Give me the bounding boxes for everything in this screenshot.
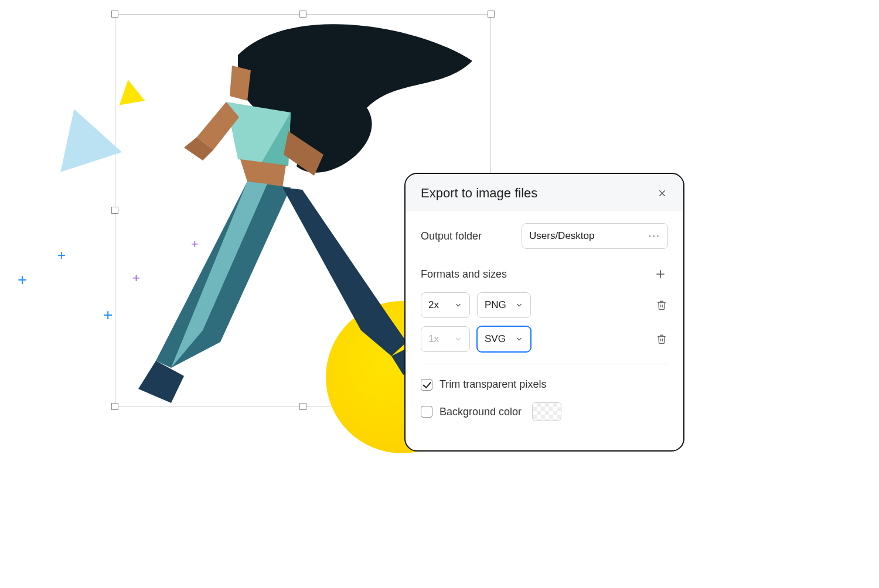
format-row: 2xPNG <box>421 292 668 318</box>
output-folder-label: Output folder <box>421 230 482 242</box>
export-panel-header: Export to image files <box>406 174 683 211</box>
decor-plus-icon: + <box>18 272 27 288</box>
resize-handle-w[interactable] <box>111 207 118 214</box>
resize-handle-s[interactable] <box>299 403 306 410</box>
chevron-down-icon <box>515 335 523 343</box>
resize-handle-n[interactable] <box>299 11 306 18</box>
chevron-down-icon <box>454 335 462 343</box>
format-row: 1xSVG <box>421 326 668 352</box>
add-format-icon[interactable] <box>653 266 668 282</box>
resize-handle-nw[interactable] <box>111 11 118 18</box>
size-select: 1x <box>421 326 470 352</box>
divider <box>421 364 668 364</box>
background-color-label: Background color <box>440 406 522 418</box>
format-value: PNG <box>485 299 506 311</box>
chevron-down-icon <box>454 301 462 309</box>
output-folder-field[interactable]: Users/Desktop ··· <box>522 223 668 249</box>
decor-triangle-lightblue <box>43 99 122 172</box>
close-icon[interactable] <box>656 187 668 199</box>
size-value: 2x <box>428 299 439 311</box>
decor-plus-icon: + <box>103 307 113 323</box>
format-value: SVG <box>485 333 506 345</box>
chevron-down-icon <box>515 301 523 309</box>
format-select[interactable]: PNG <box>477 292 531 318</box>
trim-transparent-label: Trim transparent pixels <box>440 378 546 391</box>
size-value: 1x <box>428 333 439 345</box>
resize-handle-ne[interactable] <box>488 11 495 18</box>
export-panel-title: Export to image files <box>421 186 537 201</box>
delete-row-icon[interactable] <box>655 333 668 346</box>
background-color-swatch[interactable] <box>532 402 561 421</box>
browse-icon: ··· <box>649 230 660 242</box>
formats-sizes-label: Formats and sizes <box>421 268 507 281</box>
trim-transparent-checkbox[interactable] <box>421 379 432 391</box>
background-color-checkbox[interactable] <box>421 406 432 418</box>
output-folder-value: Users/Desktop <box>529 230 594 242</box>
format-select[interactable]: SVG <box>477 326 531 352</box>
decor-plus-icon: + <box>57 248 66 262</box>
resize-handle-sw[interactable] <box>111 403 118 410</box>
export-panel: Export to image files Output folder User… <box>404 173 684 452</box>
size-select[interactable]: 2x <box>421 292 470 318</box>
delete-row-icon[interactable] <box>655 299 668 312</box>
